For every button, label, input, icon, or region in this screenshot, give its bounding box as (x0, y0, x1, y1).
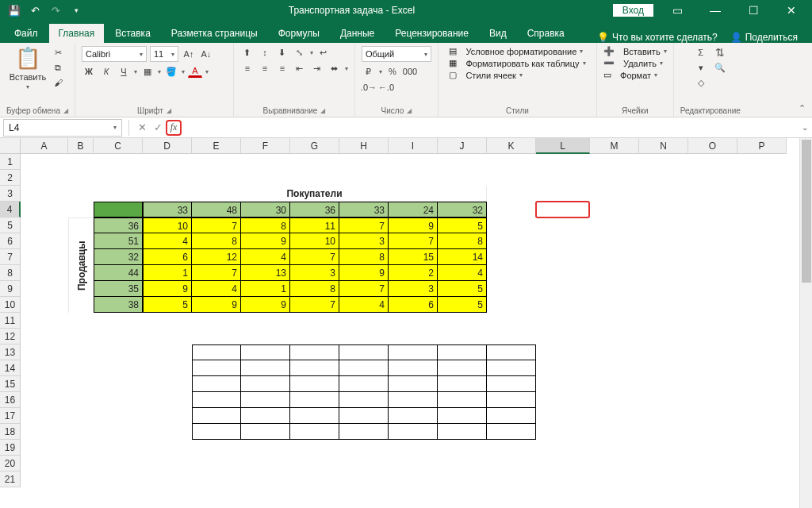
fill-icon[interactable]: ▾ (694, 61, 708, 74)
cell[interactable] (389, 392, 438, 408)
maximize-button[interactable]: ☐ (739, 4, 768, 17)
decrease-decimal-icon[interactable]: ←.0 (379, 81, 393, 94)
row-header[interactable]: 10 (0, 297, 21, 313)
cell[interactable]: 24 (389, 202, 438, 217)
indent-decrease-icon[interactable]: ⇤ (293, 62, 307, 75)
scrollbar-thumb[interactable] (802, 140, 811, 283)
row-header[interactable]: 15 (0, 376, 21, 392)
cell[interactable]: 8 (339, 249, 389, 265)
fill-color-icon[interactable]: 🪣 (164, 65, 178, 78)
select-all-corner[interactable] (0, 138, 21, 154)
align-center-icon[interactable]: ≡ (258, 62, 272, 75)
cell[interactable] (389, 424, 438, 440)
cell[interactable]: 3 (290, 265, 339, 281)
cell[interactable]: 5 (143, 297, 192, 313)
cell[interactable]: 6 (143, 249, 192, 265)
row-header[interactable]: 9 (0, 281, 21, 297)
cell[interactable]: 36 (290, 202, 339, 217)
cell[interactable] (438, 408, 487, 424)
column-header[interactable]: A (21, 138, 68, 154)
cell[interactable]: 35 (94, 281, 143, 297)
wrap-text-icon[interactable]: ↩ (316, 46, 331, 59)
signin-button[interactable]: Вход (613, 4, 653, 17)
decrease-font-icon[interactable]: A↓ (199, 48, 213, 60)
cell[interactable] (438, 376, 487, 392)
share-button[interactable]: 👤 Поделиться (730, 32, 798, 43)
currency-icon[interactable]: ₽ (362, 65, 376, 78)
qat-customize-icon[interactable]: ▾ (70, 4, 82, 17)
bold-button[interactable]: Ж (82, 65, 96, 78)
cell[interactable]: 44 (94, 265, 143, 281)
row-header[interactable]: 2 (0, 170, 21, 186)
cell[interactable]: 33 (339, 202, 389, 217)
cell[interactable]: 9 (241, 233, 290, 249)
cell[interactable]: 9 (339, 265, 389, 281)
cell[interactable]: 9 (192, 297, 241, 313)
collapse-ribbon-icon[interactable]: ⌃ (799, 103, 806, 114)
cell[interactable]: 14 (438, 249, 487, 265)
cell[interactable]: 7 (290, 297, 339, 313)
column-header[interactable]: P (737, 138, 787, 154)
increase-decimal-icon[interactable]: .0→ (362, 81, 376, 94)
italic-button[interactable]: К (99, 65, 113, 78)
column-header[interactable]: L (536, 138, 590, 154)
autosum-icon[interactable]: Σ (694, 46, 708, 59)
sellers-label[interactable]: Продавцы (68, 217, 94, 313)
paste-button[interactable]: 📋 Вставить ▾ (10, 46, 47, 90)
increase-font-icon[interactable]: A↑ (182, 48, 196, 60)
cell[interactable]: 7 (290, 249, 339, 265)
delete-cells-button[interactable]: ➖ Удалить▾ (603, 58, 663, 68)
cell[interactable]: 7 (339, 217, 389, 233)
cell[interactable] (487, 392, 536, 408)
row-header[interactable]: 7 (0, 249, 21, 265)
cell[interactable]: 5 (438, 281, 487, 297)
cell[interactable] (290, 392, 339, 408)
row-header[interactable]: 14 (0, 360, 21, 376)
cell[interactable]: 12 (192, 249, 241, 265)
cell[interactable]: 38 (94, 297, 143, 313)
cell[interactable] (438, 424, 487, 440)
cell[interactable]: 3 (389, 281, 438, 297)
cell[interactable]: 7 (192, 217, 241, 233)
cell[interactable]: 8 (290, 281, 339, 297)
align-left-icon[interactable]: ≡ (240, 62, 255, 75)
column-header[interactable]: F (241, 138, 290, 154)
font-size-select[interactable]: 11▾ (150, 46, 178, 62)
column-header[interactable]: K (487, 138, 536, 154)
insert-cells-button[interactable]: ➕ Вставить▾ (603, 46, 667, 56)
tab-home[interactable]: Главная (49, 24, 105, 43)
cell[interactable]: 15 (389, 249, 438, 265)
cell[interactable] (339, 424, 389, 440)
spreadsheet-grid[interactable]: ABCDEFGHIJKLMNOP 12345678910111213141516… (0, 138, 812, 508)
row-header[interactable]: 18 (0, 424, 21, 440)
cell[interactable]: 32 (438, 202, 487, 217)
cell[interactable] (241, 360, 290, 376)
cell[interactable]: 8 (192, 233, 241, 249)
cell[interactable] (438, 344, 487, 360)
cell[interactable] (192, 408, 241, 424)
cell[interactable]: 30 (241, 202, 290, 217)
clear-icon[interactable]: ◇ (694, 76, 708, 89)
row-header[interactable]: 6 (0, 233, 21, 249)
cell[interactable] (389, 344, 438, 360)
row-header[interactable]: 4 (0, 202, 21, 217)
tab-data[interactable]: Данные (331, 24, 384, 43)
cell[interactable] (487, 408, 536, 424)
font-name-select[interactable]: Calibri▾ (82, 46, 147, 62)
orientation-icon[interactable]: ⤡ (293, 46, 307, 59)
redo-icon[interactable]: ↷ (49, 4, 62, 17)
cell[interactable]: 1 (143, 265, 192, 281)
percent-icon[interactable]: % (385, 65, 400, 78)
cell[interactable]: 9 (143, 281, 192, 297)
cell[interactable]: 4 (241, 249, 290, 265)
comma-icon[interactable]: 000 (403, 65, 417, 78)
cell[interactable] (192, 376, 241, 392)
row-header[interactable]: 21 (0, 471, 21, 487)
minimize-button[interactable]: — (701, 4, 730, 17)
cell[interactable] (487, 424, 536, 440)
cell[interactable] (290, 408, 339, 424)
cut-icon[interactable]: ✂ (51, 46, 65, 59)
number-format-select[interactable]: Общий▾ (362, 46, 431, 62)
cell[interactable]: 3 (339, 233, 389, 249)
cell[interactable] (389, 360, 438, 376)
